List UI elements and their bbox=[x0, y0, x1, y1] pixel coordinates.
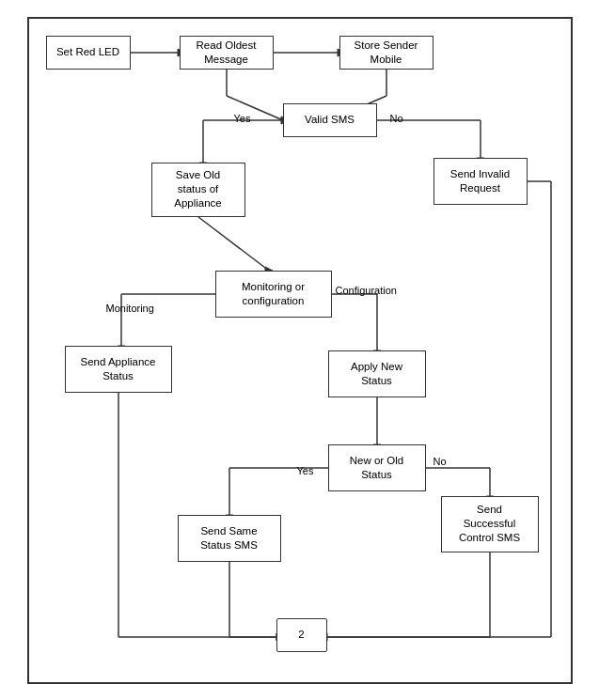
monitoring-label: Monitoring bbox=[106, 303, 154, 314]
valid-sms-box: Valid SMS bbox=[283, 103, 377, 137]
diagram-container: Set Red LED Read OldestMessage Store Sen… bbox=[27, 17, 573, 684]
yes-valid-label: Yes bbox=[234, 113, 251, 124]
svg-line-16 bbox=[198, 217, 269, 271]
monitoring-config-box: Monitoring orconfiguration bbox=[215, 271, 332, 318]
configuration-label: Configuration bbox=[336, 285, 397, 296]
read-oldest-box: Read OldestMessage bbox=[180, 36, 274, 70]
send-invalid-box: Send InvalidRequest bbox=[433, 158, 528, 205]
send-successful-box: SendSuccessfulControl SMS bbox=[441, 496, 539, 552]
send-same-sms-box: Send SameStatus SMS bbox=[178, 515, 281, 562]
set-red-led-box: Set Red LED bbox=[46, 36, 131, 70]
new-old-status-box: New or OldStatus bbox=[328, 444, 426, 491]
no-valid-label: No bbox=[390, 113, 403, 124]
store-sender-box: Store SenderMobile bbox=[339, 36, 433, 70]
send-appliance-box: Send ApplianceStatus bbox=[65, 346, 172, 393]
save-old-status-box: Save Oldstatus ofAppliance bbox=[151, 163, 245, 217]
no-newold-label: No bbox=[433, 456, 447, 467]
node2-box: 2 bbox=[276, 618, 327, 652]
yes-newold-label: Yes bbox=[297, 465, 314, 476]
apply-new-status-box: Apply NewStatus bbox=[328, 350, 426, 397]
